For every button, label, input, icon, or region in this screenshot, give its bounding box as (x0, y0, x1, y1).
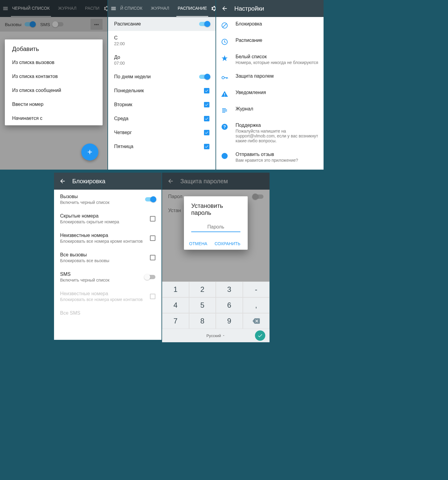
block-row[interactable]: Неизвестные номераБлокировать все номера… (54, 228, 161, 248)
settings-item[interactable]: ?ПоддержкаПожалуйста напишите на support… (216, 118, 324, 147)
block-row: Неизвестные номераБлокировать все номера… (54, 287, 161, 306)
menu-item[interactable]: Начинается с (5, 111, 103, 125)
add-menu: Добавить Из списка вызовов Из списка кон… (5, 39, 103, 125)
settings-item[interactable]: Защита паролем (216, 69, 324, 86)
блокировка-icon (221, 22, 228, 29)
day-row[interactable]: Вторник (108, 98, 216, 112)
page-title: Блокировка (72, 178, 105, 185)
item-subtitle: Номера, которые никогда не блокируются (236, 60, 319, 65)
уведомления-icon (221, 90, 228, 98)
settings-item[interactable]: Расписание (216, 33, 324, 50)
item-title: Отправить отзыв (236, 152, 319, 157)
language-selector[interactable]: Русский (206, 333, 225, 338)
row-title: Вызовы (60, 194, 145, 199)
block-row[interactable]: SMSВключить черный список (54, 267, 161, 287)
key-9[interactable]: 9 (216, 313, 243, 329)
key--[interactable]: - (243, 282, 270, 297)
keypad: 123-456,789 Русский (162, 282, 270, 342)
toolbar: Блокировка (54, 173, 161, 190)
byday-switch[interactable] (199, 75, 209, 79)
tab-blacklist[interactable]: Й СПИСОК (119, 0, 144, 17)
page-title: Защита паролем (180, 178, 228, 185)
menu-item[interactable]: Из списка контактов (5, 69, 103, 83)
расписание-icon (221, 38, 228, 46)
gear-icon[interactable] (211, 2, 216, 15)
белый-список-icon (221, 55, 228, 62)
settings-item[interactable]: Уведомления (216, 86, 324, 102)
key-7[interactable]: 7 (162, 313, 189, 329)
tab-log[interactable]: ЖУРНАЛ (150, 0, 170, 17)
tab-schedule[interactable]: РАСПИСАНИЕ (176, 0, 208, 17)
key-2[interactable]: 2 (189, 282, 216, 297)
day-label: Понедельник (114, 88, 204, 93)
password-input[interactable] (191, 222, 240, 232)
menu-icon[interactable] (110, 2, 117, 15)
from-row[interactable]: С22:00 (108, 31, 216, 50)
key-8[interactable]: 8 (189, 313, 216, 329)
day-checkbox[interactable] (204, 130, 209, 135)
block-row[interactable]: Все вызовыБлокировать все вызовы (54, 248, 161, 267)
block-row[interactable]: ВызовыВключить черный список (54, 190, 161, 209)
day-label: Пятница (114, 144, 204, 149)
schedule-switch[interactable] (199, 22, 209, 26)
to-value: 07:00 (114, 61, 209, 66)
item-subtitle: Пожалуйста напишите на support@vlmob.com… (236, 129, 319, 143)
to-label: До (114, 55, 209, 60)
menu-item[interactable]: Из списка сообщений (5, 83, 103, 97)
key-1[interactable]: 1 (162, 282, 189, 297)
row-subtitle: Включить черный список (60, 278, 145, 282)
day-row[interactable]: Среда (108, 112, 216, 126)
row-title: SMS (60, 272, 145, 277)
save-button[interactable]: СОХРАНИТЬ (215, 241, 240, 246)
to-row[interactable]: До07:00 (108, 50, 216, 70)
page-title: Настройки (234, 5, 264, 12)
settings-item[interactable]: Белый списокНомера, которые никогда не б… (216, 50, 324, 69)
back-icon[interactable] (56, 175, 69, 187)
row-checkbox[interactable] (150, 216, 155, 221)
row-title: Неизвестные номера (60, 233, 150, 238)
menu-item[interactable]: Ввести номер (5, 97, 103, 111)
settings-item[interactable]: Отправить отзывВам нравится это приложен… (216, 147, 324, 167)
item-title: Поддержка (236, 123, 319, 128)
fab-add[interactable]: + (81, 144, 98, 161)
day-label: Вторник (114, 102, 204, 107)
row-title: Все вызовы (60, 252, 150, 258)
block-row[interactable]: Скрытые номераБлокировать скрытые номера (54, 209, 161, 228)
key-4[interactable]: 4 (162, 297, 189, 313)
dialog-title: Установить пароль (191, 202, 240, 216)
key-,[interactable]: , (243, 297, 270, 313)
ok-button[interactable] (255, 330, 265, 341)
отправить-отзыв-icon (221, 152, 228, 160)
svg-rect-4 (224, 93, 225, 95)
item-title: Уведомления (236, 90, 319, 95)
key-3[interactable]: 3 (216, 282, 243, 297)
back-icon[interactable] (219, 2, 231, 15)
row-subtitle: Блокировать скрытые номера (60, 219, 150, 224)
menu-title: Добавить (5, 39, 103, 56)
row-title: Неизвестные номера (60, 291, 150, 296)
svg-point-8 (222, 153, 228, 159)
day-row[interactable]: Понедельник (108, 84, 216, 98)
key-6[interactable]: 6 (216, 297, 243, 313)
language-label: Русский (206, 333, 221, 338)
row-checkbox[interactable] (150, 255, 155, 260)
row-checkbox[interactable] (150, 235, 155, 241)
svg-text:?: ? (223, 124, 226, 129)
row-title: Скрытые номера (60, 213, 150, 219)
day-checkbox[interactable] (204, 144, 209, 149)
day-row[interactable]: Пятница (108, 140, 216, 154)
menu-item[interactable]: Из списка вызовов (5, 56, 103, 69)
day-checkbox[interactable] (204, 102, 209, 107)
key-5[interactable]: 5 (189, 297, 216, 313)
day-row[interactable]: Четверг (108, 126, 216, 140)
settings-item[interactable]: Журнал (216, 102, 324, 118)
day-checkbox[interactable] (204, 88, 209, 93)
row-switch[interactable] (145, 197, 155, 201)
cancel-button[interactable]: ОТМЕНА (189, 241, 207, 246)
day-checkbox[interactable] (204, 116, 209, 121)
backspace-key[interactable] (243, 313, 270, 329)
settings-item[interactable]: Блокировка (216, 17, 324, 33)
row-switch[interactable] (145, 275, 155, 279)
row-subtitle: Блокировать все вызовы (60, 258, 150, 263)
back-icon[interactable] (165, 175, 177, 187)
